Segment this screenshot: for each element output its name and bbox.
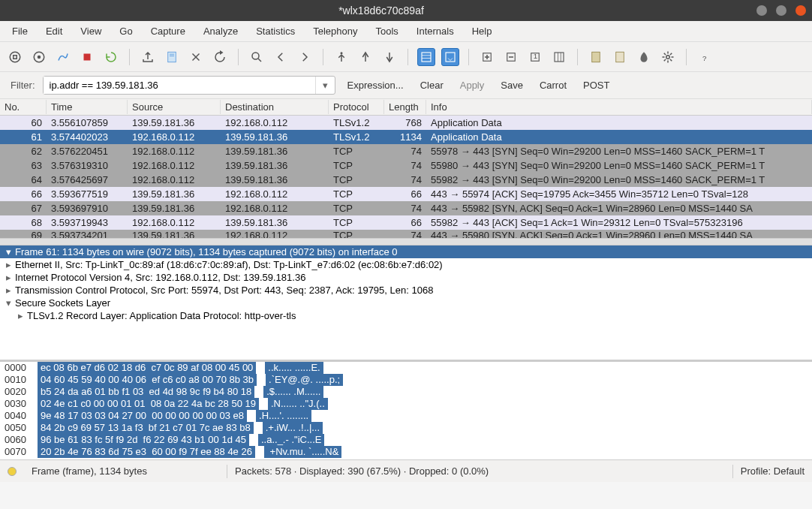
window-minimize-button[interactable] [756,5,767,16]
expand-arrow-icon[interactable]: ▸ [5,285,12,296]
detail-tree-row[interactable]: ▾Secure Sockets Layer [0,297,812,309]
hex-ascii: ..k..... ......E. [265,362,323,374]
filter-carrot-button[interactable]: Carrot [535,77,571,93]
column-info[interactable]: Info [426,100,812,114]
packet-row[interactable]: 693.593734201139.59.181.36192.168.0.112T… [0,230,812,238]
expand-arrow-icon[interactable]: ▾ [5,297,12,309]
hex-row[interactable]: 00409e 48 17 03 03 04 27 00 00 00 00 00 … [0,410,812,422]
zoom-in-icon[interactable] [478,48,496,66]
menu-help[interactable]: Help [465,23,500,39]
hex-row[interactable]: 003002 4e c1 c0 00 00 01 01 08 0a 22 4a … [0,398,812,410]
help-icon[interactable]: ? [696,48,714,66]
packet-bytes-pane[interactable]: 0000ec 08 6b e7 d6 02 18 d6 c7 0c 89 af … [0,362,812,459]
hex-ascii: .$...... .M...... [263,386,323,398]
filter-apply-button[interactable]: Apply [456,77,489,93]
packet-list[interactable]: 603.556107859139.59.181.36192.168.0.112T… [0,116,812,238]
find-icon[interactable] [248,48,266,66]
packet-row[interactable]: 613.574402023192.168.0.112139.59.181.36T… [0,130,812,144]
detail-tree-row[interactable]: ▸Transmission Control Protocol, Src Port… [0,284,812,297]
column-destination[interactable]: Destination [221,100,329,114]
go-last-icon[interactable] [380,48,398,66]
column-protocol[interactable]: Protocol [329,100,384,114]
menu-file[interactable]: File [5,23,35,39]
reload-icon[interactable] [211,48,229,66]
menu-capture[interactable]: Capture [143,23,193,39]
column-length[interactable]: Length [384,100,426,114]
expand-arrow-icon[interactable]: ▸ [17,310,24,321]
go-first-icon[interactable] [356,48,374,66]
hex-row[interactable]: 006096 be 61 83 fc 5f f9 2d f6 22 69 43 … [0,434,812,446]
autoscroll-icon[interactable] [441,48,459,66]
packet-list-header: No. Time Source Destination Protocol Len… [0,99,812,116]
filter-input[interactable] [44,77,315,94]
menu-edit[interactable]: Edit [38,23,70,39]
filter-save-button[interactable]: Save [496,77,528,93]
svg-point-10 [252,53,259,59]
filter-clear-button[interactable]: Clear [416,77,448,93]
coloring-rules-icon[interactable] [635,48,653,66]
expand-arrow-icon[interactable]: ▾ [5,246,12,258]
menu-view[interactable]: View [73,23,109,39]
go-back-icon[interactable] [272,48,290,66]
main-toolbar: 1 ? [0,42,812,72]
svg-point-3 [38,55,41,59]
menu-statistics[interactable]: Statistics [248,23,302,39]
expand-arrow-icon[interactable]: ▸ [5,259,12,270]
hex-row[interactable]: 0020b5 24 da a6 01 bb f1 03 ed 4d 98 9c … [0,386,812,398]
restart-capture-icon[interactable] [102,48,120,66]
hex-row[interactable]: 001004 60 45 59 40 00 40 06 ef c6 c0 a8 … [0,374,812,386]
window-close-button[interactable] [795,5,806,16]
packet-row[interactable]: 623.576220451192.168.0.112139.59.181.36T… [0,144,812,158]
start-capture-icon[interactable] [54,48,72,66]
menu-go[interactable]: Go [112,23,140,39]
menu-telephony[interactable]: Telephony [305,23,365,39]
zoom-reset-icon[interactable]: 1 [526,48,544,66]
filter-expression-button[interactable]: Expression... [343,77,408,93]
stop-capture-icon[interactable] [78,48,96,66]
zoom-out-icon[interactable] [502,48,520,66]
column-time[interactable]: Time [47,100,128,114]
resize-columns-icon[interactable] [550,48,568,66]
packet-details-pane[interactable]: ▾Frame 61: 1134 bytes on wire (9072 bits… [0,245,812,362]
window-maximize-button[interactable] [776,5,786,16]
hex-row[interactable]: 007020 2b 4e 76 83 6d 75 e3 60 00 f9 7f … [0,446,812,458]
colorize-icon[interactable] [417,48,435,66]
svg-rect-30 [616,52,624,62]
close-file-icon[interactable] [187,48,205,66]
menu-tools[interactable]: Tools [368,23,405,39]
save-file-icon[interactable] [163,48,181,66]
detail-tree-row[interactable]: ▸Internet Protocol Version 4, Src: 192.1… [0,271,812,284]
open-file-icon[interactable] [139,48,157,66]
filter-dropdown-button[interactable]: ▾ [315,77,335,94]
hex-row[interactable]: 0000ec 08 6b e7 d6 02 18 d6 c7 0c 89 af … [0,362,812,374]
hex-row[interactable]: 005084 2b c9 69 57 13 1a f3 bf 21 c7 01 … [0,422,812,434]
horizontal-scrollbar[interactable] [0,238,812,245]
detail-tree-row[interactable]: ▸TLSv1.2 Record Layer: Application Data … [0,309,812,322]
detail-tree-row[interactable]: ▸Ethernet II, Src: Tp-LinkT_0c:89:af (18… [0,258,812,271]
packet-row[interactable]: 663.593677519139.59.181.36192.168.0.112T… [0,187,812,201]
filter-post-button[interactable]: POST [579,77,614,93]
preferences-icon[interactable] [659,48,677,66]
expert-info-led-icon[interactable] [8,467,17,476]
column-no[interactable]: No. [0,100,47,114]
menu-analyze[interactable]: Analyze [196,23,245,39]
hex-bytes: b5 24 da a6 01 bb f1 03 ed 4d 98 9c f9 b… [38,386,254,398]
packet-row[interactable]: 633.576319310192.168.0.112139.59.181.36T… [0,158,812,173]
status-profile[interactable]: Profile: Default [733,465,812,477]
statusbar: Frame (frame), 1134 bytes Packets: 578 ·… [0,459,812,482]
capture-filters-icon[interactable] [587,48,605,66]
go-forward-icon[interactable] [296,48,314,66]
packet-row[interactable]: 673.593697910139.59.181.36192.168.0.112T… [0,201,812,215]
interfaces-icon[interactable] [6,48,24,66]
column-source[interactable]: Source [128,100,221,114]
detail-tree-row[interactable]: ▾Frame 61: 1134 bytes on wire (9072 bits… [0,245,812,258]
go-to-packet-icon[interactable] [332,48,350,66]
packet-row[interactable]: 603.556107859139.59.181.36192.168.0.112T… [0,116,812,130]
packet-row[interactable]: 683.593719943192.168.0.112139.59.181.36T… [0,215,812,230]
expand-arrow-icon[interactable]: ▸ [5,272,12,283]
menu-internals[interactable]: Internals [409,23,462,39]
hex-bytes: 84 2b c9 69 57 13 1a f3 bf 21 c7 01 7c a… [38,422,254,434]
packet-row[interactable]: 643.576425697192.168.0.112139.59.181.36T… [0,173,812,187]
options-icon[interactable] [30,48,48,66]
display-filters-icon[interactable] [611,48,629,66]
